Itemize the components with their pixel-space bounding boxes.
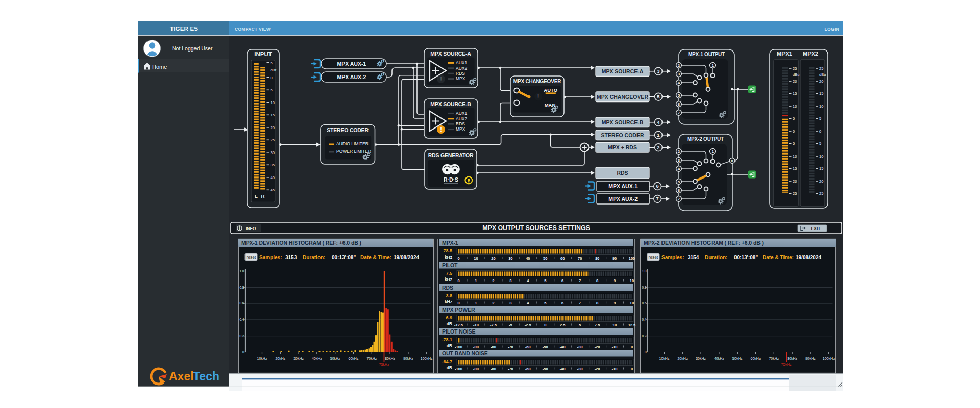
svg-text:7: 7 [579,278,581,283]
svg-text:6: 6 [656,183,659,189]
svg-text:78.5: 78.5 [443,248,452,253]
svg-text:00:13':08": 00:13':08" [734,254,758,260]
svg-text:0.6: 0.6 [642,301,646,305]
svg-text:3: 3 [678,158,680,163]
svg-text:100: 100 [629,256,635,261]
svg-text:AUX2: AUX2 [456,66,467,71]
svg-text:00:13':08": 00:13':08" [332,254,356,260]
svg-text:1: 1 [657,132,660,138]
svg-text:10: 10 [793,104,797,109]
svg-text:30: 30 [271,150,275,155]
svg-text:20: 20 [491,256,495,261]
svg-text:45: 45 [271,188,275,192]
svg-text:40kHz: 40kHz [714,356,724,360]
svg-text:INFO: INFO [246,226,256,231]
svg-text:7.5: 7.5 [446,271,452,276]
svg-text:20: 20 [271,125,275,130]
svg-text:9: 9 [614,278,616,283]
svg-text:RDS: RDS [617,170,628,176]
svg-text:0: 0 [242,350,244,354]
svg-text:POWER LIMITER: POWER LIMITER [336,149,371,154]
svg-text:10: 10 [271,100,275,105]
svg-text:70kHz: 70kHz [769,356,779,360]
svg-text:7: 7 [678,111,680,115]
svg-text:!: ! [537,93,540,99]
svg-text:-20: -20 [595,367,600,371]
svg-text:-70: -70 [508,367,513,371]
svg-text:-60: -60 [525,345,531,349]
svg-text:-10: -10 [612,345,618,349]
svg-text:-64.7: -64.7 [442,359,452,364]
svg-text:0.8: 0.8 [642,286,646,289]
svg-text:-10: -10 [473,323,479,327]
svg-text:3: 3 [509,278,511,283]
svg-text:Date & Time:: Date & Time: [763,254,794,260]
svg-text:MPX SOURCE-A: MPX SOURCE-A [602,68,644,74]
svg-text:6.9: 6.9 [446,315,452,320]
svg-text:75kHz: 75kHz [781,363,792,366]
svg-text:60: 60 [560,256,565,261]
svg-text:!: ! [440,126,442,133]
svg-text:5: 5 [271,61,273,65]
svg-text:-100: -100 [455,367,462,371]
svg-text:5: 5 [271,88,273,92]
svg-text:-78.1: -78.1 [442,337,452,342]
svg-text:90kHz: 90kHz [805,356,816,360]
svg-text:80kHz: 80kHz [385,356,395,360]
svg-text:7: 7 [678,197,680,201]
svg-text:i: i [239,226,240,231]
svg-text:30kHz: 30kHz [293,356,304,360]
svg-text:AUX1: AUX1 [456,111,467,116]
svg-text:Duration:: Duration: [303,254,325,260]
svg-text:15: 15 [819,91,823,96]
svg-text:25: 25 [819,66,823,71]
svg-text:-20: -20 [595,345,600,349]
svg-text:MPX SOURCE-A: MPX SOURCE-A [430,50,471,57]
svg-text:30: 30 [508,256,512,261]
svg-text:-5: -5 [509,323,512,327]
svg-text:10: 10 [819,154,823,159]
svg-text:-7.5: -7.5 [490,323,497,327]
svg-text:MPX2: MPX2 [803,50,818,57]
svg-text:1.0: 1.0 [642,269,646,273]
svg-text:3.8: 3.8 [446,293,452,298]
svg-text:2: 2 [678,149,680,154]
svg-text:MPX: MPX [456,76,465,81]
svg-text:RDS GENERATOR: RDS GENERATOR [428,152,474,158]
svg-text:0: 0 [793,129,795,134]
svg-text:50: 50 [543,256,547,261]
svg-text:reset: reset [247,254,257,260]
svg-text:-50: -50 [543,345,548,349]
svg-text:MPX AUX-1: MPX AUX-1 [337,61,366,67]
svg-text:-10: -10 [612,367,618,371]
svg-text:20: 20 [793,79,797,84]
svg-text:2: 2 [678,63,680,68]
svg-text:MPX SOURCE-B: MPX SOURCE-B [602,119,644,125]
svg-text:R: R [261,193,265,199]
svg-text:20kHz: 20kHz [275,356,285,360]
svg-text:-90: -90 [473,345,479,349]
svg-text:0: 0 [457,301,459,305]
svg-text:Samples:: Samples: [259,254,282,260]
svg-text:90: 90 [612,256,617,261]
svg-text:8: 8 [596,301,598,305]
svg-text:60kHz: 60kHz [349,356,359,360]
svg-text:0.2: 0.2 [239,334,244,338]
svg-text:kHz: kHz [445,299,452,304]
svg-text:40kHz: 40kHz [312,356,322,360]
svg-text:5: 5 [819,141,821,146]
svg-text:Not Logged User: Not Logged User [172,45,213,52]
svg-text:15: 15 [819,166,823,171]
svg-text:15: 15 [793,166,797,171]
svg-text:OUT BAND NOISE: OUT BAND NOISE [442,350,488,356]
svg-text:9: 9 [614,301,616,305]
svg-text:MPX POWER: MPX POWER [442,307,475,313]
svg-text:EXIT: EXIT [811,226,821,231]
svg-text:RDS: RDS [442,285,453,291]
svg-text:Tech: Tech [193,370,219,383]
svg-text:dBr: dBr [271,68,277,72]
svg-text:0: 0 [544,323,546,327]
svg-text:MPX-1 DEVIATION HISTOGRAM ( RE: MPX-1 DEVIATION HISTOGRAM ( REF: +6.0 dB… [241,240,361,246]
svg-text:!: ! [440,76,442,82]
svg-text:25: 25 [793,66,797,71]
